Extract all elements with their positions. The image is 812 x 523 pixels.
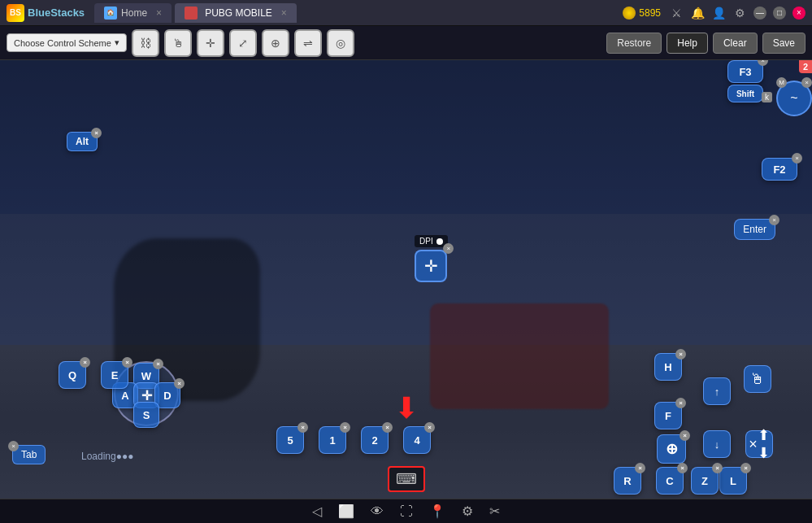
dpi-crosshair[interactable]: ✛ (415, 250, 447, 282)
z-key-close[interactable]: × (712, 463, 723, 473)
keyboard-icon-box[interactable]: ⌨ (388, 466, 425, 492)
f-key[interactable]: × F (654, 402, 682, 429)
bell-icon[interactable]: 🔔 (690, 6, 705, 20)
tilde-container: × M ~ k (776, 81, 812, 116)
save-button[interactable]: Save (762, 33, 805, 54)
help-button[interactable]: Help (667, 33, 708, 54)
m-label: M (776, 77, 787, 88)
restore-button[interactable]: Restore (606, 33, 662, 54)
c-key[interactable]: × C (656, 467, 684, 495)
game-tab-label: PUBG MOBILE (205, 7, 272, 19)
settings-icon[interactable]: ⚙ (732, 6, 747, 20)
mouse-scroll-close[interactable]: × (749, 436, 758, 453)
l-key-close[interactable]: × (740, 463, 751, 473)
mouse-right-key[interactable]: 🖱 (744, 365, 771, 393)
mouse-scroll-icon: ⬆⬇ (758, 426, 770, 462)
settings-icon[interactable]: ⚙ (462, 503, 473, 519)
f-key-close[interactable]: × (675, 398, 686, 408)
c-key-close[interactable]: × (677, 463, 688, 473)
control-scheme-button[interactable]: Choose Control Scheme ▾ (7, 33, 127, 52)
tab-key-close[interactable]: × (8, 441, 19, 451)
move-icon-button[interactable]: ✛ (197, 29, 224, 57)
logo-icon: BS (7, 4, 24, 22)
f3-shift-panel: × F3 Shift (727, 60, 763, 102)
f2-close[interactable]: × (792, 153, 802, 163)
up-arrow-key[interactable]: ↑ (703, 377, 731, 405)
target-icon-button[interactable]: ⊕ (262, 29, 289, 57)
close-button[interactable]: × (792, 7, 805, 20)
car-silhouette (430, 303, 609, 409)
w-key-close[interactable]: × (153, 359, 163, 369)
r-key[interactable]: × R (614, 467, 641, 495)
down-arrow-key[interactable]: ↓ (703, 430, 731, 458)
h-key[interactable]: × H (654, 353, 682, 381)
alt-key[interactable]: × Alt (67, 132, 98, 151)
num2-key[interactable]: × 2 (361, 426, 389, 454)
q-key[interactable]: × Q (59, 361, 86, 389)
e-key-close[interactable]: × (122, 357, 132, 368)
minimize-button[interactable]: — (753, 7, 766, 20)
home-tab-label: Home (121, 7, 147, 19)
num4-close[interactable]: × (424, 422, 435, 433)
game-tab-close[interactable]: × (281, 7, 287, 19)
dpi-widget[interactable]: DPI × ✛ (415, 235, 448, 282)
num1-close[interactable]: × (340, 422, 350, 433)
dpi-label: DPI (415, 235, 448, 247)
d-key-close[interactable]: × (174, 378, 185, 389)
tilde-area: × M ~ k (776, 81, 812, 116)
aim-key-close[interactable]: × (680, 430, 690, 441)
scissors-icon[interactable]: ✂ (489, 503, 500, 519)
mouse-icon-button[interactable]: 🖱 (164, 29, 192, 57)
back-icon[interactable]: ◁ (312, 503, 322, 519)
shift-key-label: Shift (736, 89, 754, 98)
num1-key[interactable]: × 1 (319, 426, 346, 454)
keyboard-icon: ⌨ (396, 470, 417, 488)
resize-icon[interactable]: ⛶ (400, 504, 413, 519)
account-icon[interactable]: 👤 (711, 6, 726, 20)
e-key[interactable]: × E (101, 361, 128, 389)
s-key[interactable]: S (133, 402, 159, 428)
h-key-close[interactable]: × (675, 349, 686, 360)
tab-key[interactable]: × Tab (12, 445, 46, 464)
enter-key-close[interactable]: × (769, 215, 779, 225)
toolbar: Choose Control Scheme ▾ ⛓ 🖱 ✛ ⤢ ⊕ ⇌ ◎ Re… (0, 26, 812, 60)
maximize-button[interactable]: □ (773, 7, 786, 20)
loading-label: Loading●●● (81, 451, 133, 462)
num2-close[interactable]: × (382, 422, 393, 433)
red-down-arrow: ⬇ (394, 391, 419, 425)
coins-value: 5895 (639, 7, 661, 19)
q-key-close[interactable]: × (80, 357, 90, 368)
home-tab[interactable]: 🏠 Home × (94, 3, 172, 23)
enter-key[interactable]: × Enter (734, 219, 775, 240)
home-tab-close[interactable]: × (156, 7, 162, 19)
r-key-close[interactable]: × (635, 463, 645, 473)
home-icon[interactable]: ⬜ (338, 503, 354, 519)
l-key[interactable]: × L (719, 467, 747, 495)
circle-icon-button[interactable]: ◎ (327, 29, 354, 57)
link-icon-button[interactable]: ⛓ (132, 29, 159, 57)
aim-key[interactable]: × ⊕ (657, 434, 686, 464)
clear-button[interactable]: Clear (713, 33, 758, 54)
coin-icon (623, 7, 636, 20)
tilde-close[interactable]: × (801, 77, 812, 88)
arrows-icon-button[interactable]: ⤢ (229, 29, 257, 57)
restore-label: Restore (617, 37, 651, 49)
alt-key-close[interactable]: × (91, 128, 102, 138)
num5-close[interactable]: × (297, 422, 308, 433)
swap-icon-button[interactable]: ⇌ (294, 29, 322, 57)
z-key[interactable]: × Z (691, 467, 719, 495)
mouse-scroll-key[interactable]: × ⬆⬇ (745, 430, 773, 458)
location-icon[interactable]: 📍 (429, 503, 445, 519)
num4-key[interactable]: × 4 (403, 426, 431, 454)
num5-key[interactable]: × 5 (276, 426, 304, 454)
game-tab[interactable]: PUBG MOBILE × (175, 3, 297, 23)
coins-display: 5895 (623, 7, 661, 20)
shift-key[interactable]: Shift (727, 85, 763, 102)
bluestacks-logo: BS BlueStacks (7, 4, 85, 22)
sword-icon[interactable]: ⚔ (669, 6, 684, 20)
number-keys: × 5 × 1 × 2 × 4 (276, 426, 431, 454)
s-key-label: S (143, 409, 150, 421)
eye-icon[interactable]: 👁 (371, 504, 384, 519)
z-key-label: Z (701, 475, 708, 487)
badge-2: 2 (799, 60, 812, 73)
